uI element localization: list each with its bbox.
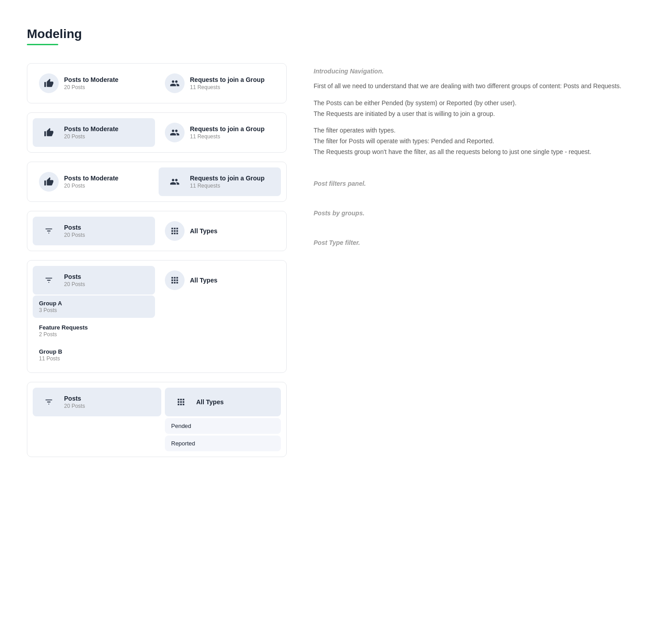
posts-to-moderate-text-2: Posts to Moderate 20 Posts	[64, 125, 118, 140]
all-types-text-1: All Types	[190, 227, 217, 235]
group-icon-2	[165, 123, 185, 142]
groups-posts-text: Posts 20 Posts	[64, 273, 85, 287]
posts-to-moderate-text-3: Posts to Moderate 20 Posts	[64, 175, 118, 189]
post-type-label: Post Type filter.	[314, 239, 645, 246]
posts-by-groups-section: Posts by groups.	[314, 210, 645, 217]
left-panel: Posts to Moderate 20 Posts Requests to j…	[27, 63, 287, 457]
group-item-0[interactable]: Group A 3 Posts	[33, 295, 155, 318]
requests-text-2: Requests to join a Group 11 Requests	[190, 125, 264, 140]
requests-card-3[interactable]: Requests to join a Group 11 Requests	[159, 167, 281, 196]
navigation-group-3: Posts to Moderate 20 Posts Requests to j…	[27, 162, 287, 202]
groups-all-types-icon	[165, 270, 185, 290]
title-underline	[27, 44, 58, 45]
posts-to-moderate-card-3[interactable]: Posts to Moderate 20 Posts	[33, 167, 155, 196]
requests-card-1[interactable]: Requests to join a Group 11 Requests	[159, 69, 281, 98]
groups-all-types-text: All Types	[190, 277, 217, 284]
groups-posts-icon	[39, 270, 59, 290]
posts-to-moderate-card-2[interactable]: Posts to Moderate 20 Posts	[33, 118, 155, 147]
type-filter-right: All Types Pended Reported	[165, 388, 281, 451]
type-option-pended[interactable]: Pended	[165, 418, 281, 434]
type-option-reported[interactable]: Reported	[165, 436, 281, 451]
type-filter-posts-icon	[39, 392, 59, 412]
post-type-section: Post Type filter.	[314, 239, 645, 246]
type-filter-posts-card[interactable]: Posts 20 Posts	[33, 388, 161, 416]
groups-panel: Posts 20 Posts Group A 3 Posts Feature R…	[27, 260, 287, 373]
type-filter-icon	[171, 392, 191, 412]
navigation-group-1: Posts to Moderate 20 Posts Requests to j…	[27, 63, 287, 103]
posts-to-moderate-card-1[interactable]: Posts to Moderate 20 Posts	[33, 69, 155, 98]
intro-section: Introducing Navigation. First of all we …	[314, 68, 645, 158]
all-types-card-1[interactable]: All Types	[159, 217, 281, 245]
thumbs-icon-3	[39, 172, 59, 192]
intro-label: Introducing Navigation.	[314, 68, 645, 75]
groups-left: Posts 20 Posts Group A 3 Posts Feature R…	[33, 266, 155, 367]
requests-text-3: Requests to join a Group 11 Requests	[190, 175, 264, 189]
requests-text-1: Requests to join a Group 11 Requests	[190, 76, 264, 90]
group-item-1[interactable]: Feature Requests 2 Posts	[33, 320, 155, 342]
groups-all-types-card[interactable]: All Types	[159, 266, 281, 295]
requests-card-2[interactable]: Requests to join a Group 11 Requests	[159, 118, 281, 147]
intro-paragraph-3: The filter operates with types. The filt…	[314, 125, 645, 157]
group-icon-1	[165, 73, 185, 93]
all-types-icon-1	[165, 221, 185, 241]
type-filter-all-types-text: All Types	[196, 398, 224, 406]
thumbs-icon-2	[39, 123, 59, 142]
posts-filter-card-1[interactable]: Posts 20 Posts	[33, 217, 155, 245]
groups-filter-right: All Types	[159, 266, 281, 367]
filter-panel-1: Posts 20 Posts All Types	[27, 211, 287, 251]
posts-to-moderate-text-1: Posts to Moderate 20 Posts	[64, 76, 118, 90]
intro-paragraph-2: The Posts can be either Pended (by syste…	[314, 98, 645, 120]
thumbs-icon-1	[39, 73, 59, 93]
type-filter-all-types[interactable]: All Types	[165, 388, 281, 416]
group-icon-3	[165, 172, 185, 192]
type-filter-panel: Posts 20 Posts All Types Pended Repo	[27, 382, 287, 457]
post-filters-section: Post filters panel.	[314, 180, 645, 187]
page-title: Modeling	[27, 27, 645, 41]
post-filters-label: Post filters panel.	[314, 180, 645, 187]
group-item-2[interactable]: Group B 11 Posts	[33, 344, 155, 366]
intro-paragraph-1: First of all we need to understand that …	[314, 81, 645, 92]
groups-posts-header[interactable]: Posts 20 Posts	[33, 266, 155, 295]
right-panel: Introducing Navigation. First of all we …	[314, 63, 645, 269]
navigation-group-2: Posts to Moderate 20 Posts Requests to j…	[27, 112, 287, 153]
posts-filter-text-1: Posts 20 Posts	[64, 224, 85, 238]
posts-by-groups-label: Posts by groups.	[314, 210, 645, 217]
posts-filter-icon-1	[39, 221, 59, 241]
type-filter-posts-text: Posts 20 Posts	[64, 395, 85, 409]
